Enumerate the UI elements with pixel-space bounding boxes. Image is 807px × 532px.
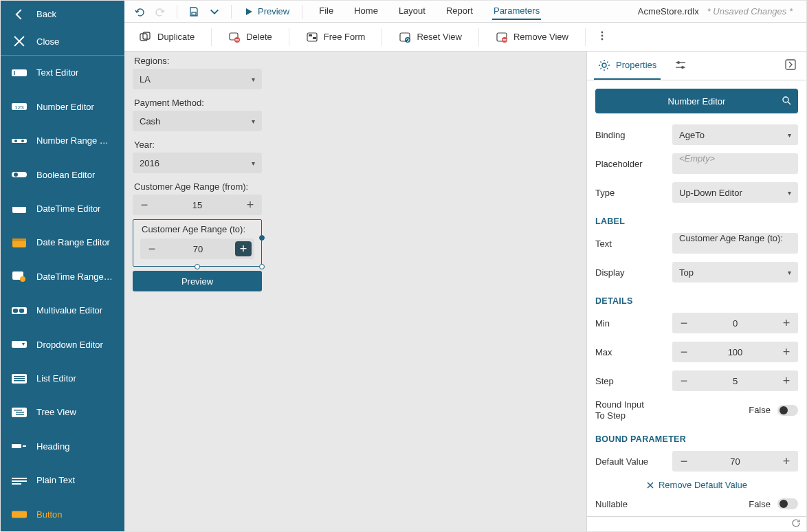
preview-button[interactable]: Preview	[240, 5, 294, 18]
sidebar-item-plain-text[interactable]: Plain Text	[1, 463, 124, 497]
overflow-button[interactable]	[598, 27, 606, 46]
placeholder-input[interactable]: <Empty>	[672, 153, 798, 174]
collapse-icon	[784, 58, 797, 71]
increment-button[interactable]: +	[775, 313, 798, 333]
age-to-stepper[interactable]: − 70 +	[140, 239, 254, 259]
default-stepper[interactable]: − 70 +	[672, 451, 798, 472]
design-canvas[interactable]: Regions: LA ▾ Payment Method: Cash ▾ Yea…	[124, 52, 586, 531]
text-label: Text	[595, 239, 664, 249]
decrement-button[interactable]: −	[140, 239, 164, 259]
step-stepper[interactable]: − 5 +	[672, 370, 798, 391]
menu-home[interactable]: Home	[353, 3, 379, 20]
undo-button[interactable]	[131, 2, 148, 21]
menu-file[interactable]: File	[318, 3, 335, 20]
min-stepper[interactable]: − 0 +	[672, 313, 798, 333]
sidebar-item-label: DateTime Editor	[36, 203, 100, 214]
sidebar-item-dropdown[interactable]: Dropdown Editor	[1, 327, 124, 361]
age-from-stepper[interactable]: − 15 +	[133, 195, 262, 215]
round-toggle[interactable]	[777, 405, 798, 416]
save-dropdown[interactable]	[206, 2, 223, 21]
decrement-button[interactable]: −	[133, 195, 156, 215]
binding-select[interactable]: AgeTo ▾	[672, 124, 798, 145]
display-value: Top	[679, 267, 694, 278]
sidebar-item-label: Button	[36, 509, 63, 520]
menu-parameters[interactable]: Parameters	[492, 3, 541, 20]
sidebar: Back Close Text Editor 123 Number Editor…	[1, 1, 124, 531]
sidebar-item-label: Plain Text	[36, 475, 75, 485]
type-select[interactable]: Up-Down Editor ▾	[672, 182, 798, 203]
sidebar-item-multivalue[interactable]: Multivalue Editor	[1, 293, 124, 327]
sliders-icon	[674, 59, 687, 71]
remove-view-button[interactable]: Remove View	[489, 27, 575, 47]
save-button[interactable]	[186, 2, 202, 21]
sidebar-item-datetime-range[interactable]: DateTime Range E...	[1, 260, 124, 293]
placeholder-value: <Empty>	[679, 153, 715, 164]
menu-layout[interactable]: Layout	[397, 3, 427, 20]
gear-icon	[598, 59, 610, 71]
decrement-button[interactable]: −	[672, 451, 696, 472]
increment-button[interactable]: +	[235, 241, 252, 256]
close-button[interactable]: Close	[1, 28, 124, 56]
type-value: Up-Down Editor	[679, 188, 742, 198]
selection-handle[interactable]	[259, 235, 265, 241]
svg-text:123: 123	[14, 104, 24, 111]
menu-report[interactable]: Report	[445, 3, 474, 20]
refresh-button[interactable]	[791, 518, 801, 530]
regions-select[interactable]: LA ▾	[133, 69, 262, 89]
nullable-toggle[interactable]	[777, 498, 798, 509]
svg-rect-24	[14, 410, 22, 411]
age-from-label: Customer Age Range (from):	[133, 181, 262, 192]
display-select[interactable]: Top ▾	[672, 262, 798, 282]
search-button[interactable]	[782, 96, 791, 107]
freeform-button[interactable]: Free Form	[299, 27, 373, 47]
text-input[interactable]: Customer Age Range (to):	[672, 233, 798, 254]
sidebar-item-number-range[interactable]: Number Range Edi...	[1, 124, 124, 157]
year-select[interactable]: 2016 ▾	[133, 153, 262, 173]
svg-point-52	[677, 61, 680, 64]
sidebar-item-text-editor[interactable]: Text Editor	[1, 56, 124, 89]
number-editor-icon: 123	[12, 101, 27, 112]
sidebar-item-list[interactable]: List Editor	[1, 362, 124, 395]
datetime-range-icon	[12, 271, 27, 282]
increment-button[interactable]: +	[775, 342, 798, 362]
chevron-down-icon: ▾	[252, 76, 255, 83]
selected-editor[interactable]: Customer Age Range (to): − 70 +	[133, 219, 262, 267]
panel-preview-button[interactable]: Preview	[133, 271, 262, 291]
delete-button[interactable]: Delete	[221, 27, 279, 47]
duplicate-button[interactable]: Duplicate	[133, 27, 201, 47]
decrement-button[interactable]: −	[672, 313, 696, 333]
svg-rect-10	[12, 204, 26, 207]
max-value: 100	[696, 347, 775, 357]
settings-tab[interactable]	[670, 52, 691, 80]
age-to-value: 70	[164, 244, 232, 254]
max-stepper[interactable]: − 100 +	[672, 342, 798, 362]
sidebar-item-date-range[interactable]: Date Range Editor	[1, 225, 124, 259]
sidebar-item-heading[interactable]: Heading	[1, 430, 124, 463]
collapse-panel-button[interactable]	[782, 56, 799, 76]
decrement-button[interactable]: −	[672, 370, 696, 391]
reset-view-button[interactable]: Reset View	[392, 27, 469, 47]
increment-button[interactable]: +	[239, 195, 262, 215]
sidebar-item-datetime[interactable]: DateTime Editor	[1, 192, 124, 225]
main-area: Preview File Home Layout Report Paramete…	[124, 1, 806, 531]
svg-rect-29	[12, 478, 27, 479]
duplicate-label: Duplicate	[157, 32, 195, 42]
remove-default-button[interactable]: Remove Default Value	[595, 476, 798, 494]
back-button[interactable]: Back	[1, 1, 124, 28]
sidebar-item-tree[interactable]: Tree View	[1, 395, 124, 429]
selection-handle[interactable]	[195, 264, 200, 269]
duplicate-icon	[140, 32, 152, 43]
redo-button[interactable]	[152, 2, 168, 21]
decrement-button[interactable]: −	[672, 342, 696, 362]
properties-tab[interactable]: Properties	[594, 52, 661, 80]
sidebar-item-button[interactable]: Button	[1, 498, 124, 531]
svg-rect-30	[12, 480, 27, 482]
dropdown-icon	[12, 339, 27, 350]
selection-handle[interactable]	[259, 264, 265, 269]
payment-select[interactable]: Cash ▾	[133, 111, 262, 131]
increment-button[interactable]: +	[775, 370, 798, 391]
increment-button[interactable]: +	[775, 451, 798, 472]
min-value: 0	[696, 318, 775, 329]
sidebar-item-boolean[interactable]: Boolean Editor	[1, 157, 124, 191]
sidebar-item-number-editor[interactable]: 123 Number Editor	[1, 89, 124, 123]
